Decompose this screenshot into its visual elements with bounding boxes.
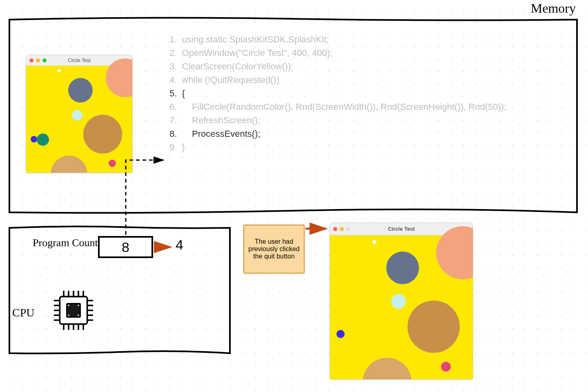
code-line: 3. ClearScreen(ColorYellow()); [169, 60, 506, 73]
svg-point-6 [78, 314, 79, 316]
code-line: 1. using static SplashKitSDK.SplashKit; [169, 33, 506, 46]
minimize-icon[interactable] [340, 227, 344, 231]
close-icon[interactable] [29, 58, 33, 62]
circle [68, 78, 93, 102]
program-counter-next: 4 [176, 237, 183, 253]
code-line: 9. } [169, 140, 506, 154]
sticky-note: The user had previously clicked the quit… [243, 225, 305, 274]
circle [51, 156, 87, 173]
circle [408, 301, 460, 353]
window-controls [29, 58, 47, 62]
svg-point-4 [78, 305, 79, 306]
arrow-note-to-close [305, 223, 333, 235]
code-line: 8. ProcessEvents(); [169, 127, 506, 140]
cpu-label: CPU [12, 306, 34, 319]
cpu-chip-icon [49, 286, 98, 335]
circle [37, 134, 49, 146]
circle [58, 69, 61, 72]
app-window-big: Circle Test [330, 223, 473, 380]
circle [83, 115, 122, 154]
canvas-small [26, 66, 132, 173]
code-listing: 1. using static SplashKitSDK.SplashKit;2… [169, 33, 506, 154]
memory-label: Memory [531, 1, 576, 16]
minimize-icon[interactable] [36, 58, 40, 62]
maximize-icon[interactable] [346, 227, 350, 231]
code-line: 4. while (!QuitRequested()) [169, 73, 506, 87]
circle [72, 110, 82, 120]
circle [363, 358, 412, 380]
code-line: 5. { [169, 87, 506, 100]
close-icon[interactable] [333, 227, 337, 231]
circle [109, 160, 116, 167]
app-window-small: Circle Test [26, 55, 133, 173]
arrow-pc-next [153, 241, 178, 253]
code-line: 6. FillCircle(RandomColor(), Rnd(ScreenW… [169, 100, 506, 114]
program-counter-value: 8 [98, 236, 153, 258]
maximize-icon[interactable] [42, 58, 47, 62]
circle [31, 136, 37, 143]
circle [386, 252, 419, 284]
svg-point-3 [68, 305, 69, 306]
canvas-big [330, 235, 473, 379]
circle [336, 330, 345, 338]
circle [391, 294, 406, 309]
circle [441, 362, 451, 372]
code-line: 7. RefreshScreen(); [169, 114, 506, 127]
svg-point-5 [68, 314, 69, 316]
circle [372, 240, 376, 244]
code-line: 2. OpenWindow("Circle Test", 400, 400); [169, 46, 506, 60]
window-controls [333, 227, 350, 231]
program-counter-label: Program Counter [33, 237, 106, 249]
